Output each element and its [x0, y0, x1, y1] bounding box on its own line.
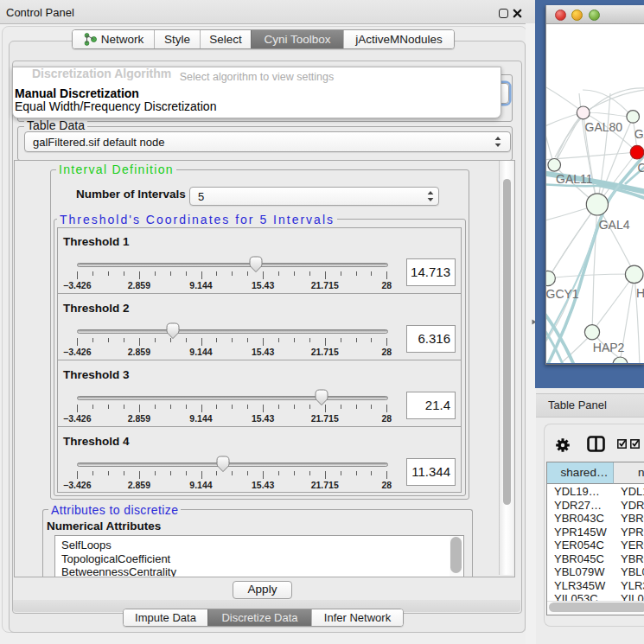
svg-text:GAL11: GAL11	[556, 172, 593, 186]
svg-text:GAL4: GAL4	[599, 218, 630, 232]
svg-text:GA: GA	[634, 127, 644, 141]
svg-text:GAL80: GAL80	[585, 120, 623, 134]
svg-text:HAP2: HAP2	[593, 341, 625, 354]
svg-text:H: H	[636, 286, 644, 300]
svg-text:C: C	[638, 161, 644, 175]
svg-text:GCY1: GCY1	[546, 287, 579, 301]
